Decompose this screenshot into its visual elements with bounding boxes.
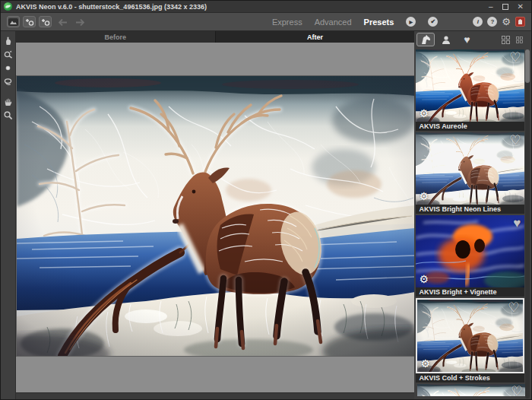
tab-advanced[interactable]: Advanced	[315, 17, 352, 27]
presets-panel-header: ♥	[414, 31, 531, 48]
preset-settings-gear-icon[interactable]: ⚙	[419, 192, 429, 202]
app-window: AKVIS Neon v.6.0 - shutterstock_4961536.…	[0, 0, 532, 400]
window-title: AKVIS Neon v.6.0 - shutterstock_4961536.…	[16, 3, 207, 11]
favorite-heart-icon[interactable]: ♡	[511, 386, 522, 396]
thumbnail-size-large-icon[interactable]	[502, 36, 510, 44]
preset-settings-gear-icon[interactable]: ⚙	[419, 109, 429, 119]
maximize-icon[interactable]	[502, 4, 508, 10]
tab-before[interactable]: Before	[16, 31, 216, 43]
close-icon[interactable]: ✕	[518, 3, 524, 11]
quick-preview-tool[interactable]	[2, 34, 14, 46]
scrollbar-thumb[interactable]	[525, 49, 530, 83]
favorite-heart-icon[interactable]: ♥	[513, 217, 521, 229]
favorite-heart-icon[interactable]: ♡	[509, 52, 521, 63]
favorite-heart-icon[interactable]: ♡	[508, 302, 519, 313]
preset-item-partial[interactable]: ♡	[417, 384, 526, 396]
blur-tool[interactable]	[2, 62, 14, 74]
buy-shield-icon	[518, 19, 522, 24]
zoom-tool[interactable]	[2, 109, 14, 121]
redo-arrow-icon[interactable]	[75, 15, 84, 29]
window-bottom-edge	[16, 392, 415, 400]
presets-panel: ♥ ♡ ⚙ AKVIS Aureole	[414, 31, 531, 400]
preset-item-cold-strokes[interactable]: ♡ ⚙ AKVIS Cold + Strokes	[416, 298, 524, 383]
settings-gear-icon[interactable]: ⚙	[502, 17, 511, 27]
minimize-icon[interactable]: –	[489, 3, 493, 11]
preset-name: AKVIS Bright Neon Lines	[416, 205, 524, 214]
hand-tool[interactable]	[2, 95, 14, 107]
preset-list: ♡ ⚙ AKVIS Aureole ♡ ⚙ AKVIS Bright Neon …	[414, 48, 531, 396]
image-canvas	[16, 43, 415, 392]
title-bar: AKVIS Neon v.6.0 - shutterstock_4961536.…	[1, 1, 531, 13]
app-logo-icon	[4, 2, 12, 11]
thumbnail-size-small-icon[interactable]	[516, 37, 523, 43]
preset-settings-gear-icon[interactable]: ⚙	[420, 359, 430, 369]
presets-scrollbar[interactable]	[525, 49, 530, 398]
akvis-presets-filter-button[interactable]	[416, 33, 435, 46]
tab-after[interactable]: After	[216, 31, 415, 43]
history-brush-tool[interactable]	[2, 48, 14, 60]
favorite-heart-icon[interactable]: ♡	[509, 135, 521, 146]
preset-name: AKVIS Aureole	[416, 122, 524, 131]
before-after-tabs: Before After	[16, 31, 415, 43]
favorites-filter-button[interactable]: ♥	[458, 33, 476, 46]
preset-name: AKVIS Bright + Vignette	[416, 287, 524, 297]
apply-button[interactable]: ✔	[428, 17, 438, 27]
tab-express[interactable]: Express	[272, 17, 302, 27]
preset-item-bright-vignette[interactable]: ♥ ⚙ AKVIS Bright + Vignette	[416, 215, 524, 297]
smudge-tool[interactable]	[2, 75, 14, 87]
undo-arrow-icon[interactable]	[59, 15, 68, 29]
heart-icon: ♥	[464, 33, 470, 46]
main-toolbar: Express Advanced Presets ▶ ✔ i ? ⚙	[1, 13, 531, 31]
user-presets-filter-button[interactable]	[437, 33, 455, 46]
open-image-button[interactable]	[7, 16, 20, 27]
result-image[interactable]	[17, 76, 415, 356]
help-button[interactable]: ?	[487, 17, 497, 27]
tab-presets[interactable]: Presets	[364, 17, 394, 27]
info-button[interactable]: i	[473, 17, 483, 27]
preset-name: AKVIS Cold + Strokes	[416, 373, 524, 383]
preset-item-bright-neon-lines[interactable]: ♡ ⚙ AKVIS Bright Neon Lines	[416, 132, 524, 214]
buy-button[interactable]	[515, 17, 525, 27]
import-presets-button[interactable]	[23, 16, 36, 27]
preset-item-aureole[interactable]: ♡ ⚙ AKVIS Aureole	[416, 49, 524, 131]
preset-settings-gear-icon[interactable]: ⚙	[419, 275, 429, 284]
export-presets-button[interactable]	[39, 16, 52, 27]
tools-sidebar	[1, 31, 16, 400]
run-button[interactable]: ▶	[406, 17, 416, 27]
